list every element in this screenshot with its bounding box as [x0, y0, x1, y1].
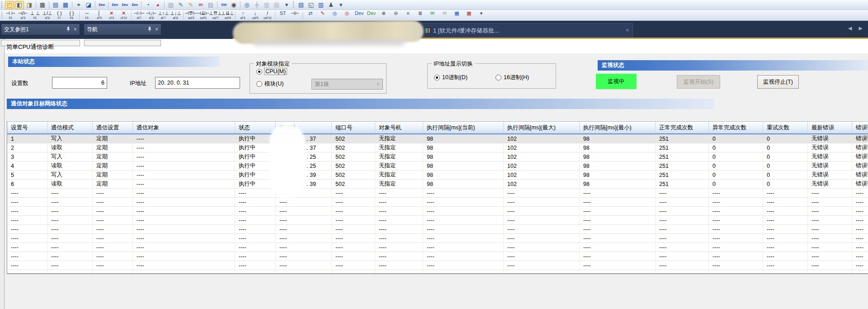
crosshair-icon[interactable]: ┼: [252, 1, 261, 9]
table-cell[interactable]: 2: [7, 143, 47, 152]
column-header[interactable]: 最新错误: [808, 122, 852, 133]
table-cell[interactable]: ----: [133, 270, 235, 273]
table-cell[interactable]: 0: [763, 152, 808, 162]
table-cell[interactable]: ----: [580, 243, 656, 252]
table-cell[interactable]: ----: [276, 243, 332, 252]
tab-close-icon[interactable]: ×: [626, 27, 629, 33]
table-cell[interactable]: ----: [7, 207, 47, 216]
zoom-edit-icon[interactable]: ◎: [341, 10, 353, 20]
table-cell[interactable]: 定期: [93, 171, 133, 180]
table-cell[interactable]: ----: [375, 216, 423, 225]
table-cell[interactable]: 错误详细: [852, 152, 868, 162]
table-cell[interactable]: ----: [423, 252, 504, 261]
table-cell[interactable]: 定期: [93, 152, 133, 162]
application-instruction-icon[interactable]: { }F8: [66, 10, 77, 20]
table-cell[interactable]: 98: [580, 171, 656, 180]
table-cell[interactable]: 251: [656, 134, 709, 143]
invert-result-icon[interactable]: /caF10: [262, 10, 273, 20]
radio-decimal[interactable]: 10进制(D): [434, 74, 467, 81]
table-cell[interactable]: ----: [709, 243, 763, 252]
table-cell[interactable]: 98: [423, 171, 504, 180]
column-header[interactable]: 通信设置: [93, 122, 133, 133]
table-cell[interactable]: ----: [93, 252, 133, 261]
table-cell[interactable]: ----: [133, 152, 235, 162]
table-cell[interactable]: ----: [276, 198, 332, 207]
table-cell[interactable]: 错误详细: [852, 171, 868, 180]
dev-green-icon[interactable]: Dev: [366, 10, 377, 20]
table-row[interactable]: 6读取定期----执行中. 39502无指定981029825100无错误错误详…: [7, 180, 868, 189]
table-row[interactable]: 3写入定期----执行中. 25502无指定981029825100无错误错误详…: [7, 152, 868, 162]
toolbar-grip[interactable]: [1, 12, 3, 19]
close-icon[interactable]: ×: [74, 27, 77, 32]
module-config-icon[interactable]: ▦: [38, 1, 47, 9]
table-cell[interactable]: ----: [423, 270, 504, 273]
window-prev-icon[interactable]: ▥: [262, 1, 271, 9]
table-cell[interactable]: ----: [235, 234, 276, 243]
table-cell[interactable]: ----: [580, 261, 656, 270]
table-row[interactable]: ----------------------------------------…: [7, 261, 868, 270]
table-cell[interactable]: ----: [709, 270, 763, 273]
table-cell[interactable]: ----: [375, 207, 423, 216]
wrap-line-icon[interactable]: ⇄: [305, 10, 316, 20]
table-cell[interactable]: ----: [852, 234, 868, 243]
table-cell[interactable]: 无指定: [375, 134, 423, 143]
table-cell[interactable]: ----: [580, 234, 656, 243]
table-cell[interactable]: ----: [656, 243, 709, 252]
table-row[interactable]: ----------------------------------------…: [7, 270, 868, 273]
table-cell[interactable]: 读取: [47, 143, 93, 152]
table-cell[interactable]: 98: [580, 180, 656, 189]
radio-module[interactable]: 模块(U): [256, 80, 283, 88]
table-cell[interactable]: ----: [423, 198, 504, 207]
table-cell[interactable]: 定期: [93, 143, 133, 152]
table-cell[interactable]: 读取: [47, 180, 93, 189]
table-cell[interactable]: ----: [423, 216, 504, 225]
table-cell[interactable]: 502: [332, 152, 375, 162]
table-cell[interactable]: ----: [235, 189, 276, 198]
table-cell[interactable]: 无错误: [808, 152, 852, 162]
table-cell[interactable]: 无指定: [375, 162, 423, 171]
io-icon[interactable]: I/O: [196, 1, 205, 9]
table-cell[interactable]: ----: [852, 225, 868, 234]
table-cell[interactable]: ----: [763, 270, 808, 273]
table-cell[interactable]: 0: [763, 171, 808, 180]
table-cell[interactable]: ----: [375, 225, 423, 234]
table-cell[interactable]: 6: [7, 180, 47, 189]
table-cell[interactable]: ----: [709, 207, 763, 216]
table-cell[interactable]: ----: [375, 270, 423, 273]
comment-gray-icon[interactable]: ✉: [439, 10, 450, 20]
table-cell[interactable]: ----: [235, 261, 276, 270]
table-cell[interactable]: ----: [808, 261, 852, 270]
table-cell[interactable]: 251: [656, 162, 709, 171]
table-cell[interactable]: ----: [332, 243, 375, 252]
table-cell[interactable]: ----: [93, 270, 133, 273]
table-cell[interactable]: ----: [709, 261, 763, 270]
pulse-not-icon[interactable]: ⊣⇈⊢saF5: [185, 10, 197, 20]
table-cell[interactable]: ----: [808, 234, 852, 243]
list-view-icon[interactable]: ▤: [51, 1, 60, 9]
watch-start-icon[interactable]: ◔: [143, 1, 152, 9]
table-cell[interactable]: 3: [7, 152, 47, 162]
table-cell[interactable]: 无错误: [808, 162, 852, 171]
table-cell[interactable]: 102: [504, 180, 580, 189]
table-cell[interactable]: ----: [580, 207, 656, 216]
table-cell[interactable]: 251: [656, 152, 709, 162]
table-row[interactable]: ----------------------------------------…: [7, 225, 868, 234]
table-cell[interactable]: ----: [133, 225, 235, 234]
table-row[interactable]: ----------------------------------------…: [7, 252, 868, 261]
table-row[interactable]: ----------------------------------------…: [7, 234, 868, 243]
table-cell[interactable]: ----: [656, 198, 709, 207]
table-cell[interactable]: ----: [47, 207, 93, 216]
table-cell[interactable]: ----: [423, 207, 504, 216]
table-cell[interactable]: 错误详细: [852, 162, 868, 171]
table-row[interactable]: ----------------------------------------…: [7, 198, 868, 207]
column-header[interactable]: 重试次数: [763, 122, 808, 133]
table-cell[interactable]: ----: [93, 234, 133, 243]
table-cell[interactable]: ----: [133, 261, 235, 270]
table-cell[interactable]: 0: [709, 171, 763, 180]
pin-icon[interactable]: [66, 26, 71, 33]
table-cell[interactable]: ----: [709, 252, 763, 261]
table-cell[interactable]: ----: [47, 216, 93, 225]
table-cell[interactable]: ----: [852, 216, 868, 225]
open-branch-icon[interactable]: ⊥ ⊥F6: [29, 10, 41, 20]
table-row[interactable]: 2读取定期----执行中. 37502无指定981029825100无错误错误详…: [7, 143, 868, 152]
